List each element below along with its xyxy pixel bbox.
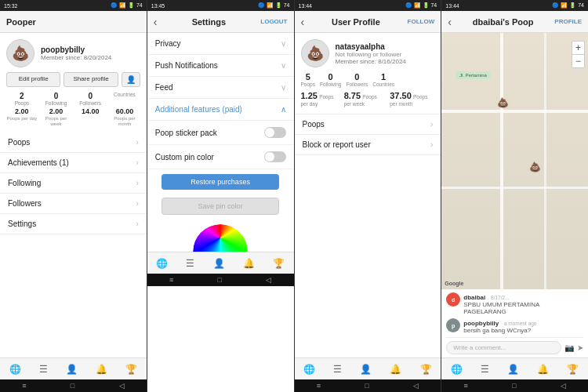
android-back[interactable]: ◁ xyxy=(119,382,125,390)
comment-avatar-1: d xyxy=(446,292,460,307)
zoom-out-button[interactable]: − xyxy=(572,55,584,67)
settings-custom-pin[interactable]: Custom pin color xyxy=(147,145,294,169)
menu-achievements[interactable]: Achievements (1)› xyxy=(0,153,147,173)
android2-home[interactable]: □ xyxy=(218,276,222,284)
map-area[interactable]: Jl. Pertamina 💩 💩 + − Google xyxy=(441,33,588,289)
zoom-in-button[interactable]: + xyxy=(572,42,584,55)
comment-input[interactable]: Write a comment... xyxy=(446,341,561,354)
user-avatar: 💩 xyxy=(6,39,34,67)
android2-back[interactable]: ◁ xyxy=(266,276,271,284)
bottom-nav-1: 🌐 ☰ 👤 🔔 🏆 xyxy=(0,358,147,379)
menu-followers[interactable]: Followers› xyxy=(0,194,147,214)
user2-stat-following: 0 Following xyxy=(320,72,341,87)
nav4-trophy[interactable]: 🏆 xyxy=(567,364,579,375)
nav4-bell[interactable]: 🔔 xyxy=(537,364,549,375)
color-wheel[interactable] xyxy=(193,224,248,252)
settings-title: Settings xyxy=(192,17,226,27)
nav4-menu[interactable]: ☰ xyxy=(481,364,489,375)
camera-icon[interactable]: 📷 xyxy=(564,343,574,352)
bottom-nav-4: 🌐 ☰ 👤 🔔 🏆 xyxy=(441,358,588,379)
nav-trophy-icon[interactable]: 🏆 xyxy=(125,364,137,375)
username: poopbybilly xyxy=(41,45,111,54)
settings-sticker-pack[interactable]: Poop sticker pack xyxy=(147,121,294,145)
nav-bar-1: Pooper xyxy=(0,11,147,33)
nav2-profile[interactable]: 👤 xyxy=(213,258,225,269)
stats-row: 2 Poops 0 Following 0 Followers Countrie… xyxy=(6,92,140,106)
status-icons-3: 🔵 📶 🔋 74 xyxy=(405,2,437,9)
nav4-profile[interactable]: 👤 xyxy=(507,364,519,375)
nav3-profile[interactable]: 👤 xyxy=(360,364,372,375)
user2-menu-list: Poops› Block or report user› xyxy=(295,114,441,358)
android4-menu[interactable]: ≡ xyxy=(463,382,467,390)
user2-menu-poops[interactable]: Poops› xyxy=(295,114,441,135)
android3-menu[interactable]: ≡ xyxy=(317,382,321,390)
android2-menu[interactable]: ≡ xyxy=(169,276,173,284)
profile-info: poopbybilly Member since: 8/20/2024 xyxy=(41,45,111,61)
add-friend-button[interactable]: 👤 xyxy=(122,72,140,87)
nav2-bell[interactable]: 🔔 xyxy=(243,258,255,269)
edit-profile-button[interactable]: Edit profile xyxy=(6,72,60,87)
nav3-globe[interactable]: 🌐 xyxy=(303,364,315,375)
menu-poops[interactable]: Poops› xyxy=(0,132,147,153)
user-profile-header: 💩 natasyaalpha Not following or follower… xyxy=(295,33,441,114)
send-icon[interactable]: ➤ xyxy=(577,343,583,352)
nav3-bell[interactable]: 🔔 xyxy=(390,364,401,375)
nav-globe-icon[interactable]: 🌐 xyxy=(9,364,21,375)
android3-home[interactable]: □ xyxy=(365,382,368,390)
status-bar-3: 13:44 🔵 📶 🔋 74 xyxy=(295,0,441,11)
save-color-button[interactable]: Save pin color xyxy=(162,198,278,215)
screen-user-profile: 13:44 🔵 📶 🔋 74 ‹ User Profile FOLLOW 💩 n… xyxy=(295,0,442,392)
feed-chevron: ∨ xyxy=(281,83,286,92)
back-button-2[interactable]: ‹ xyxy=(154,16,158,28)
android4-home[interactable]: □ xyxy=(512,382,516,390)
comment-body-1: dbaibai 8/17/2... SPBU UMUM PERTAMINA PA… xyxy=(463,292,583,315)
poop-pin-2[interactable]: 💩 xyxy=(529,162,541,172)
menu-settings[interactable]: Settings› xyxy=(0,214,147,234)
nav2-menu[interactable]: ☰ xyxy=(186,258,194,269)
nav3-menu[interactable]: ☰ xyxy=(333,364,342,375)
nav3-trophy[interactable]: 🏆 xyxy=(420,364,432,375)
android3-back[interactable]: ◁ xyxy=(413,382,419,390)
share-profile-button[interactable]: Share profile xyxy=(64,72,118,87)
menu-following[interactable]: Following› xyxy=(0,173,147,194)
comment-avatar-2: p xyxy=(446,318,460,332)
google-maps-label: Google xyxy=(445,281,463,286)
settings-privacy[interactable]: Privacy∨ xyxy=(147,33,294,55)
comment-item-1: d dbaibai 8/17/2... SPBU UMUM PERTAMINA … xyxy=(446,292,583,315)
nav2-globe[interactable]: 🌐 xyxy=(156,258,168,269)
settings-feed[interactable]: Feed∨ xyxy=(147,77,294,99)
monthly-poops: 14.00 xyxy=(74,107,106,126)
profile-top: 💩 poopbybilly Member since: 8/20/2024 xyxy=(6,39,140,67)
android-nav-2: ≡ □ ◁ xyxy=(147,274,294,286)
android-menu[interactable]: ≡ xyxy=(22,382,26,390)
map-zoom-controls: + − xyxy=(572,41,585,68)
android-home[interactable]: □ xyxy=(71,382,74,390)
user2-member-since: Member since: 8/16/2024 xyxy=(336,58,406,65)
nav-bell-icon[interactable]: 🔔 xyxy=(96,364,107,375)
nav-profile-icon[interactable]: 👤 xyxy=(66,364,78,375)
map-road-h2 xyxy=(441,187,588,189)
profile-header: 💩 poopbybilly Member since: 8/20/2024 Ed… xyxy=(0,33,147,132)
screen-settings: 13:45 🔵 📶 🔋 74 ‹ Settings LOGOUT Privacy… xyxy=(147,0,295,392)
follow-button[interactable]: FOLLOW xyxy=(408,18,435,25)
nav2-trophy[interactable]: 🏆 xyxy=(273,258,285,269)
back-button-3[interactable]: ‹ xyxy=(301,16,305,28)
nav4-globe[interactable]: 🌐 xyxy=(451,364,463,375)
back-button-4[interactable]: ‹ xyxy=(448,16,452,28)
daily-poops: 2.00 Poops per day xyxy=(6,107,38,126)
stat-following: 0 Following xyxy=(41,92,72,106)
android4-back[interactable]: ◁ xyxy=(561,382,566,390)
profile-button-map[interactable]: PROFILE xyxy=(554,18,582,25)
settings-additional-features[interactable]: Additional features (paid)∧ xyxy=(147,99,294,121)
user2-stats-row: 5 Poops 0 Following 0 Followers 1 Countr… xyxy=(301,72,435,87)
poop-pin-1[interactable]: 💩 xyxy=(497,97,509,108)
stats-row2: 2.00 Poops per day 2.00 Poops per week 1… xyxy=(6,107,140,126)
settings-push-notifications[interactable]: Push Notifications∨ xyxy=(147,55,294,77)
logout-button[interactable]: LOGOUT xyxy=(260,18,287,25)
restore-purchases-button[interactable]: Restore purchases xyxy=(162,174,278,190)
nav-menu-icon[interactable]: ☰ xyxy=(39,364,48,375)
sticker-pack-toggle[interactable] xyxy=(264,127,286,138)
status-icons-2: 🔵 📶 🔋 74 xyxy=(258,2,290,9)
user2-menu-block[interactable]: Block or report user› xyxy=(295,135,441,155)
custom-pin-toggle[interactable] xyxy=(264,151,286,162)
